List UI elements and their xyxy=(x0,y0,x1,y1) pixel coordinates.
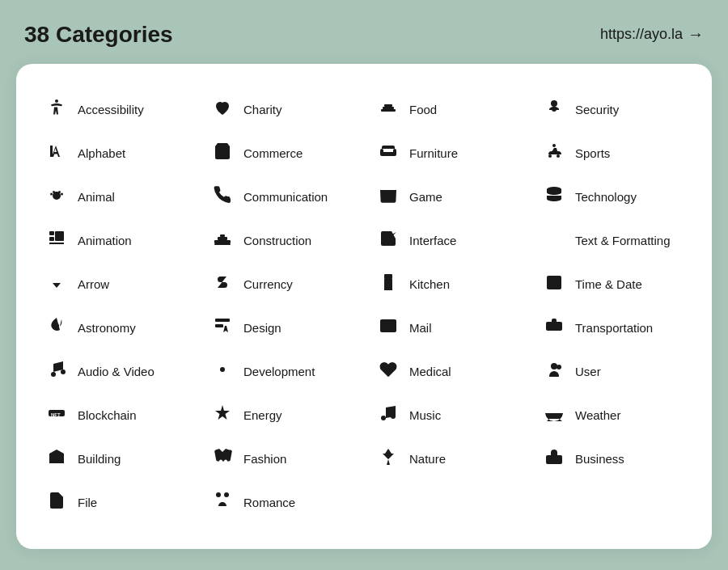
category-item-sports[interactable]: Sports xyxy=(530,132,696,175)
sports-icon xyxy=(543,141,565,166)
category-item-construction[interactable]: Construction xyxy=(198,219,364,263)
fashion-label: Fashion xyxy=(243,452,286,466)
category-item-accessibility[interactable]: Accessibility xyxy=(32,88,198,132)
category-item-fashion[interactable]: Fashion xyxy=(198,437,364,481)
music-label: Music xyxy=(409,408,441,422)
svg-rect-61 xyxy=(59,455,61,458)
category-item-animal[interactable]: Animal xyxy=(32,175,198,219)
svg-point-11 xyxy=(557,154,560,158)
category-item-development[interactable]: Development xyxy=(198,350,364,394)
category-item-game[interactable]: Game xyxy=(364,175,530,219)
header: 38 Categories https://ayo.la → xyxy=(16,22,712,48)
category-item-medical[interactable]: Medical xyxy=(364,350,530,394)
currency-label: Currency xyxy=(243,277,293,291)
weather-label: Weather xyxy=(575,408,620,422)
fashion-icon xyxy=(211,447,234,471)
svg-point-46 xyxy=(549,328,551,330)
food-icon xyxy=(377,98,400,122)
svg-rect-3 xyxy=(384,104,392,107)
svg-rect-43 xyxy=(215,319,230,322)
game-icon xyxy=(377,185,400,209)
category-item-business[interactable]: Business xyxy=(530,437,696,481)
svg-rect-1 xyxy=(381,109,396,112)
category-item-alphabet[interactable]: Alphabet xyxy=(32,132,198,175)
category-item-blockchain[interactable]: NFTBlockchain xyxy=(32,394,198,437)
category-item-nature[interactable]: Nature xyxy=(364,437,530,481)
svg-rect-44 xyxy=(215,324,223,327)
construction-label: Construction xyxy=(243,234,311,247)
category-item-user[interactable]: User xyxy=(530,350,696,394)
svg-point-10 xyxy=(548,154,552,158)
svg-point-54 xyxy=(557,365,561,369)
category-item-design[interactable]: Design xyxy=(198,306,364,350)
romance-label: Romance xyxy=(243,496,295,509)
category-item-text-formatting[interactable]: Text & Formatting xyxy=(530,219,696,263)
category-item-interface[interactable]: Interface xyxy=(364,219,530,263)
svg-point-14 xyxy=(58,191,61,193)
communication-icon xyxy=(211,185,234,209)
category-item-time-date[interactable]: Time & Date xyxy=(530,263,696,306)
category-item-astronomy[interactable]: Astronomy xyxy=(32,306,198,350)
svg-point-0 xyxy=(55,99,58,103)
category-item-communication[interactable]: Communication xyxy=(198,175,364,219)
audio-video-icon xyxy=(45,360,68,384)
category-item-furniture[interactable]: Furniture xyxy=(364,132,530,175)
category-item-energy[interactable]: Energy xyxy=(198,394,364,437)
svg-point-58 xyxy=(391,414,396,419)
mail-icon xyxy=(377,316,400,340)
svg-point-13 xyxy=(53,191,55,193)
category-item-music[interactable]: Music xyxy=(364,394,530,437)
category-item-transportation[interactable]: Transportation xyxy=(530,306,696,350)
alphabet-icon xyxy=(45,141,68,166)
communication-label: Communication xyxy=(243,190,328,204)
link-text: https://ayo.la xyxy=(600,26,683,43)
header-link[interactable]: https://ayo.la → xyxy=(600,25,704,44)
svg-rect-27 xyxy=(220,234,225,237)
category-item-arrow[interactable]: Arrow xyxy=(32,263,198,306)
svg-point-5 xyxy=(552,107,557,112)
category-item-commerce[interactable]: Commerce xyxy=(198,132,364,175)
category-item-food[interactable]: Food xyxy=(364,88,530,132)
astronomy-label: Astronomy xyxy=(78,321,136,335)
category-item-audio-video[interactable]: Audio & Video xyxy=(32,350,198,394)
category-item-currency[interactable]: Currency xyxy=(198,263,364,306)
svg-rect-22 xyxy=(49,231,54,235)
svg-rect-24 xyxy=(55,231,64,241)
food-label: Food xyxy=(409,103,437,116)
animal-label: Animal xyxy=(78,190,115,204)
file-label: File xyxy=(78,496,97,509)
svg-point-16 xyxy=(61,192,63,195)
charity-label: Charity xyxy=(243,103,282,116)
svg-rect-26 xyxy=(218,237,227,240)
animal-icon xyxy=(45,185,68,209)
svg-point-50 xyxy=(220,367,225,372)
svg-rect-36 xyxy=(384,274,392,279)
category-item-mail[interactable]: Mail xyxy=(364,306,530,350)
svg-rect-60 xyxy=(52,455,54,458)
category-item-weather[interactable]: Weather xyxy=(530,394,696,437)
svg-point-47 xyxy=(557,328,559,330)
category-item-kitchen[interactable]: Kitchen xyxy=(364,263,530,306)
furniture-icon xyxy=(377,141,400,166)
medical-label: Medical xyxy=(409,365,451,378)
accessibility-icon xyxy=(45,98,68,122)
kitchen-label: Kitchen xyxy=(409,277,450,291)
animation-label: Animation xyxy=(78,234,132,247)
nature-label: Nature xyxy=(409,452,446,466)
page-title: 38 Categories xyxy=(24,22,173,48)
category-item-security[interactable]: Security xyxy=(530,88,696,132)
commerce-label: Commerce xyxy=(243,146,303,160)
file-icon xyxy=(45,491,68,515)
sports-label: Sports xyxy=(575,146,610,160)
technology-icon xyxy=(543,185,565,209)
technology-label: Technology xyxy=(575,190,637,204)
category-item-file[interactable]: File xyxy=(32,481,198,525)
arrow-icon xyxy=(45,272,68,297)
svg-rect-28 xyxy=(214,243,231,245)
category-item-animation[interactable]: Animation xyxy=(32,219,198,263)
alphabet-label: Alphabet xyxy=(78,146,125,160)
category-item-building[interactable]: Building xyxy=(32,437,198,481)
category-item-technology[interactable]: Technology xyxy=(530,175,696,219)
category-item-charity[interactable]: Charity xyxy=(198,88,364,132)
category-item-romance[interactable]: Romance xyxy=(198,481,364,525)
